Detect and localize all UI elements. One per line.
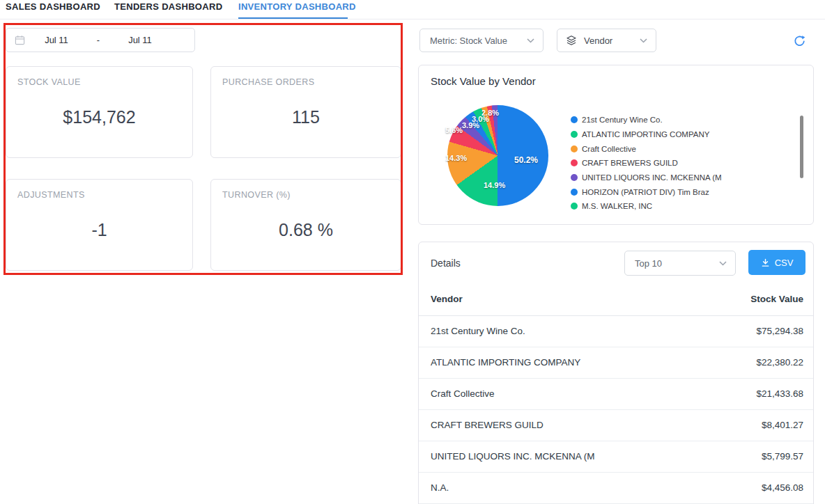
kpi-card-adjustments: ADJUSTMENTS -1 (6, 179, 193, 271)
csv-export-button[interactable]: CSV (748, 250, 805, 275)
stock-value-cell: $5,799.57 (710, 441, 813, 472)
legend-label: UNITED LIQUORS INC. MCKENNA (M (582, 173, 722, 182)
table-header-row: Vendor Stock Value (419, 283, 813, 315)
download-icon (761, 258, 770, 267)
chevron-down-icon (719, 261, 727, 266)
details-title: Details (431, 258, 461, 269)
legend-scrollbar[interactable] (800, 116, 803, 178)
kpi-label: TURNOVER (%) (222, 190, 291, 200)
vendor-cell: CRAFT BREWERS GUILD (419, 409, 710, 441)
pie-percentage-label: 14.9% (484, 181, 505, 189)
kpi-card-stock-value: STOCK VALUE $154,762 (6, 66, 193, 158)
kpi-value: $154,762 (6, 107, 192, 127)
chevron-down-icon (640, 38, 647, 43)
legend-item[interactable]: ATLANTIC IMPORTING COMPANY (571, 127, 794, 142)
kpi-value: 0.68 % (211, 220, 401, 240)
vendor-table: Vendor Stock Value 21st Century Wine Co.… (419, 283, 813, 504)
vendor-cell: ATLANTIC IMPORTING COMPANY (419, 347, 710, 378)
vendor-cell: 21st Century Wine Co. (419, 315, 710, 347)
tab-inventory-dashboard[interactable]: INVENTORY DASHBOARD (238, 1, 356, 12)
legend-dot (571, 131, 578, 138)
date-range-picker[interactable]: Jul 11 - Jul 11 (6, 28, 195, 52)
stock-value-cell: $75,294.38 (710, 315, 813, 347)
legend-item[interactable]: 21st Century Wine Co. (571, 113, 794, 127)
table-row: ATLANTIC IMPORTING COMPANY $22,380.22 (419, 347, 813, 378)
csv-button-label: CSV (775, 258, 794, 268)
kpi-label: PURCHASE ORDERS (222, 77, 314, 87)
vendor-cell: Craft Collective (419, 378, 710, 409)
stock-value-cell: $21,433.68 (710, 378, 813, 409)
stock-value-cell: $22,380.22 (710, 347, 813, 378)
chart-title: Stock Value by Vendor (431, 75, 536, 87)
date-end[interactable]: Jul 11 (109, 35, 171, 45)
chevron-down-icon (527, 38, 534, 43)
table-row: N.A. $4,456.08 (419, 472, 813, 503)
metric-select[interactable]: Metric: Stock Value (419, 29, 543, 52)
legend-label: CRAFT BREWERS GUILD (582, 159, 678, 167)
active-tab-underline (238, 17, 348, 19)
pie-percentage-label: 50.2% (514, 155, 538, 165)
kpi-card-turnover: TURNOVER (%) 0.68 % (210, 179, 401, 271)
pie-percentage-label: 3.9% (462, 121, 479, 129)
legend-label: HORIZON (PATRIOT DIV) Tim Braz (582, 188, 709, 196)
legend-item[interactable]: M.S. WALKER, INC (571, 199, 794, 211)
chart-legend: 21st Century Wine Co. ATLANTIC IMPORTING… (571, 113, 794, 211)
dimension-select[interactable]: Vendor (557, 29, 656, 52)
vendor-table-body: 21st Century Wine Co. $75,294.38 ATLANTI… (419, 315, 813, 503)
legend-dot (571, 189, 578, 196)
calendar-icon (15, 35, 25, 45)
tab-tenders-dashboard[interactable]: TENDERS DASHBOARD (114, 1, 222, 12)
pie-percentage-label: 5.6% (445, 126, 463, 134)
vendor-cell: UNITED LIQUORS INC. MCKENNA (M (419, 441, 710, 472)
table-row: CRAFT BREWERS GUILD $8,401.27 (419, 409, 813, 441)
dimension-select-value: Vendor (584, 36, 612, 46)
kpi-label: ADJUSTMENTS (17, 190, 85, 200)
metric-select-value: Metric: Stock Value (430, 36, 507, 46)
vendor-column-header[interactable]: Vendor (419, 283, 710, 315)
stock-value-cell: $4,456.08 (710, 472, 813, 503)
legend-item[interactable]: CRAFT BREWERS GUILD (571, 156, 794, 171)
pie-percentage-label: 14.3% (445, 154, 467, 162)
legend-dot (571, 145, 578, 152)
table-row: UNITED LIQUORS INC. MCKENNA (M $5,799.57 (419, 441, 813, 472)
legend-dot (571, 174, 578, 181)
legend-label: Craft Collective (582, 145, 636, 153)
date-separator: - (88, 35, 109, 45)
refresh-icon (793, 35, 806, 48)
layers-icon (566, 35, 577, 46)
stock-value-column-header[interactable]: Stock Value (710, 283, 813, 315)
kpi-value: 115 (211, 107, 401, 127)
stock-value-cell: $8,401.27 (710, 409, 813, 441)
kpi-card-purchase-orders: PURCHASE ORDERS 115 (210, 66, 401, 158)
legend-label: 21st Century Wine Co. (582, 116, 663, 124)
tab-sales-dashboard[interactable]: SALES DASHBOARD (6, 1, 100, 12)
top-limit-value: Top 10 (635, 258, 662, 269)
date-start[interactable]: Jul 11 (25, 35, 88, 45)
table-row: Craft Collective $21,433.68 (419, 378, 813, 409)
legend-dot (571, 159, 578, 166)
legend-label: ATLANTIC IMPORTING COMPANY (582, 130, 709, 139)
legend-item[interactable]: UNITED LIQUORS INC. MCKENNA (M (571, 171, 794, 185)
vendor-cell: N.A. (419, 472, 710, 503)
table-row: 21st Century Wine Co. $75,294.38 (419, 315, 813, 347)
legend-label: M.S. WALKER, INC (582, 202, 652, 210)
legend-item[interactable]: Craft Collective (571, 141, 794, 156)
details-card: Details Top 10 CSV Vendor Stock Value (418, 242, 814, 504)
legend-dot (571, 203, 578, 210)
stock-value-by-vendor-card: Stock Value by Vendor 2.8%3.0%3.9%5.6%14… (418, 65, 814, 225)
refresh-button[interactable] (790, 32, 808, 50)
legend-dot (571, 116, 578, 123)
top-limit-select[interactable]: Top 10 (624, 251, 736, 276)
legend-item[interactable]: HORIZON (PATRIOT DIV) Tim Braz (571, 184, 794, 199)
kpi-value: -1 (6, 220, 192, 240)
tab-bar: SALES DASHBOARD TENDERS DASHBOARD INVENT… (0, 0, 825, 19)
kpi-label: STOCK VALUE (17, 77, 81, 87)
